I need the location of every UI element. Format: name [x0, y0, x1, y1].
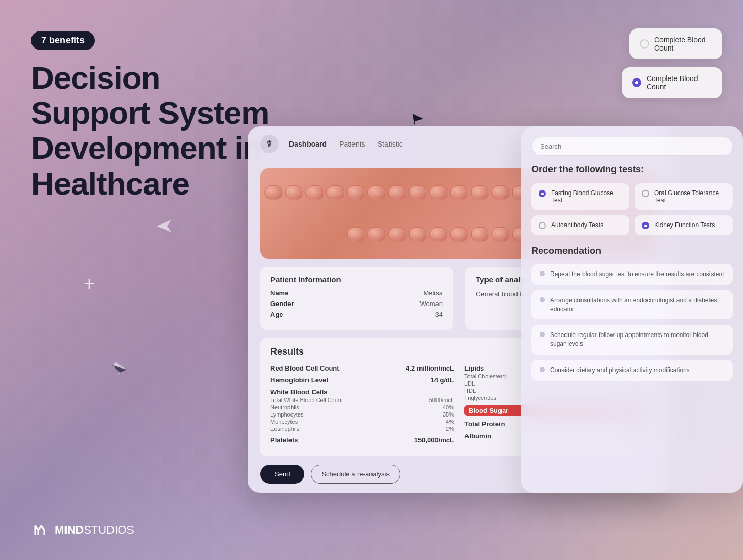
- total-protein-label: Total Protein: [464, 420, 505, 428]
- blood-sugar-label: Blood Sugar: [469, 407, 508, 414]
- rec-item-4: Consider dietary and physical activity m…: [531, 360, 733, 381]
- blood-cell: [471, 185, 489, 200]
- hgb-row: Hemoglobin Level 14 g/dL: [270, 376, 454, 384]
- main-title: Decision Support System Development in H…: [31, 60, 279, 201]
- gender-value: Woman: [419, 300, 443, 308]
- hgb-result: Hemoglobin Level 14 g/dL: [270, 376, 454, 384]
- badge: 7 benefits: [31, 31, 95, 50]
- name-value: Melisa: [423, 289, 443, 297]
- logo-symbol: ☤: [266, 138, 272, 150]
- left-content: 7 benefits Decision Support System Devel…: [31, 31, 279, 201]
- floating-card-1[interactable]: Complete Blood Count: [629, 28, 722, 59]
- blood-cell: [285, 185, 303, 200]
- triglycerides-label: Triglycerides: [464, 395, 496, 401]
- blood-cell: [409, 185, 427, 200]
- floating-card-2[interactable]: Complete Blood Count: [622, 67, 722, 98]
- neutrophils-value: 40%: [443, 404, 454, 410]
- wbc-total-value: 5000/mcL: [429, 397, 454, 403]
- svg-marker-0: [413, 114, 423, 125]
- down-arrow-icon: [112, 361, 129, 378]
- radio-selected-2[interactable]: [632, 78, 641, 87]
- neutrophils-row: Neutrophils 40%: [270, 404, 454, 410]
- test-label-1: Fasting Blood Glucose Test: [551, 189, 622, 204]
- rec-dot-1: [540, 271, 545, 276]
- logo-container: MINDSTUDIOS: [31, 521, 134, 539]
- rec-text-2: Arrange consultations with an endocrinol…: [550, 296, 724, 314]
- wbc-result: White Blood Cells Total White Blood Cell…: [270, 388, 454, 432]
- test-radio-filled-4[interactable]: [642, 222, 649, 229]
- blood-cell: [347, 227, 365, 242]
- test-label-4: Kidney Function Tests: [654, 221, 715, 229]
- platelets-value: 150,000/mcL: [414, 436, 454, 444]
- test-radio-filled-1[interactable]: [539, 190, 546, 197]
- test-radio-2[interactable]: [642, 190, 649, 197]
- nav-dashboard[interactable]: Dashboard: [289, 140, 327, 148]
- gender-label: Gender: [270, 300, 294, 308]
- schedule-button[interactable]: Schedule a re-analysis: [311, 465, 400, 484]
- blood-cell: [471, 227, 489, 242]
- send-arrow-icon: [155, 217, 173, 237]
- hgb-label: Hemoglobin Level: [270, 376, 328, 384]
- blood-cell: [367, 185, 386, 200]
- results-left-col: Red Blood Cell Count 4.2 million/mcL Hem…: [270, 364, 454, 448]
- blood-cell: [388, 185, 407, 200]
- right-panel: Order the following tests: Fasting Blood…: [521, 126, 743, 493]
- floating-card-2-label: Complete Blood Count: [647, 74, 712, 91]
- patient-info-title: Patient Information: [270, 275, 443, 284]
- blood-cell: [367, 227, 386, 242]
- ldl-label: LDL: [464, 380, 475, 387]
- blood-cell: [429, 227, 448, 242]
- test-radio-3[interactable]: [539, 222, 546, 229]
- platelets-label: Platelets: [270, 436, 298, 444]
- rec-item-1: Repeat the blood sugar test to ensure th…: [531, 264, 733, 285]
- test-option-oral[interactable]: Oral Glucose Tolerance Test: [635, 183, 733, 210]
- wbc-row: White Blood Cells: [270, 388, 454, 396]
- hdl-label: HDL: [464, 388, 476, 394]
- blood-cell: [264, 185, 283, 200]
- monocytes-value: 4%: [446, 419, 454, 425]
- test-option-fasting[interactable]: Fasting Blood Glucose Test: [531, 183, 629, 210]
- send-button[interactable]: Send: [260, 465, 304, 484]
- test-label-3: Autoantibody Tests: [551, 221, 603, 229]
- age-label: Age: [270, 311, 283, 318]
- rbc-value: 4.2 million/mcL: [406, 364, 454, 372]
- blood-cell: [491, 227, 510, 242]
- eosinophils-label: Eosinophils: [270, 426, 299, 432]
- blood-cell: [388, 227, 407, 242]
- rec-dot-2: [540, 297, 545, 302]
- blood-cell: [305, 185, 324, 200]
- albumin-label: Albumin: [464, 432, 491, 440]
- right-panel-search-input[interactable]: [531, 137, 733, 156]
- blood-cell: [429, 185, 448, 200]
- platelets-row: Platelets 150,000/mcL: [270, 436, 454, 444]
- rec-item-3: Schedule regular follow-up appointments …: [531, 325, 733, 355]
- cursor-arrow-icon: [410, 111, 426, 129]
- logo-text: MINDSTUDIOS: [55, 523, 134, 537]
- monocytes-row: Monocytes 4%: [270, 419, 454, 425]
- nav-patients[interactable]: Patients: [339, 140, 365, 148]
- svg-marker-1: [157, 220, 171, 232]
- lymphocytes-value: 35%: [443, 411, 454, 418]
- nav-statistic[interactable]: Statistic: [378, 140, 403, 148]
- name-label: Name: [270, 289, 288, 297]
- test-options-grid: Fasting Blood Glucose Test Oral Glucose …: [531, 183, 733, 235]
- rec-text-4: Consider dietary and physical activity m…: [550, 366, 690, 375]
- test-option-autoantibody[interactable]: Autoantibody Tests: [531, 215, 629, 235]
- monocytes-label: Monocytes: [270, 419, 298, 425]
- floating-card-1-label: Complete Blood Count: [654, 36, 712, 52]
- blood-cell: [347, 185, 365, 200]
- eosinophils-row: Eosinophils 2%: [270, 426, 454, 432]
- order-title: Order the following tests:: [531, 164, 733, 175]
- blood-cell: [409, 227, 427, 242]
- eosinophils-value: 2%: [446, 426, 454, 432]
- blood-cell: [450, 185, 469, 200]
- test-label-2: Oral Glucose Tolerance Test: [654, 189, 725, 204]
- logo-icon: [31, 521, 50, 539]
- rec-item-2: Arrange consultations with an endocrinol…: [531, 290, 733, 320]
- patient-info-card: Patient Information Name Melisa Gender W…: [260, 267, 453, 330]
- nav-links: Dashboard Patients Statistic: [289, 140, 403, 148]
- radio-unselected-1[interactable]: [640, 39, 649, 49]
- patient-name-row: Name Melisa: [270, 289, 443, 297]
- test-option-kidney[interactable]: Kidney Function Tests: [635, 215, 733, 235]
- recommendation-list: Repeat the blood sugar test to ensure th…: [531, 264, 733, 381]
